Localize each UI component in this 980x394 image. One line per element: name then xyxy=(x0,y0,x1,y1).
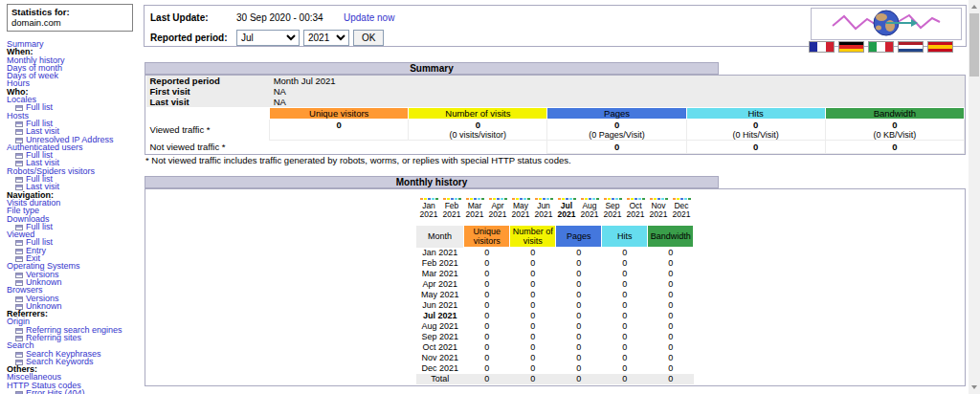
value-bandwidth: 0 xyxy=(648,311,694,321)
not-viewed-traffic-label: Not viewed traffic * xyxy=(146,141,270,154)
update-now-link[interactable]: Update now xyxy=(344,12,394,23)
value-bandwidth: 0 xyxy=(648,258,694,269)
bar-unique-visitors xyxy=(650,198,653,200)
monthly-chart: Jan2021Feb2021Mar2021Apr2021May2021Jun20… xyxy=(145,196,965,219)
bar-pages xyxy=(428,198,431,200)
value-pages: 0 xyxy=(556,342,602,353)
list-icon xyxy=(15,121,23,127)
monthly-history-section: Monthly history Jan2021Feb2021Mar2021Apr… xyxy=(145,176,966,386)
summary-info-row-last-visit: Last visitNA xyxy=(146,97,965,108)
awstats-logo-icon xyxy=(829,9,944,37)
scroll-down-arrow-icon[interactable] xyxy=(971,385,977,389)
month-label: Nov 2021 xyxy=(416,353,464,363)
month-label: Feb 2021 xyxy=(416,258,464,269)
value-pages: 0 xyxy=(556,321,602,332)
value-pages: 0 xyxy=(556,332,602,342)
value-bandwidth: 0 xyxy=(648,269,694,279)
viewed-traffic-value-unique-visitors: 0 xyxy=(270,120,409,141)
value-unique-visitors: 0 xyxy=(464,279,510,290)
awstats-logo-box[interactable] xyxy=(811,8,962,40)
value-hits: 0 xyxy=(602,363,648,374)
not-viewed-value-hits: 0 xyxy=(686,141,825,154)
value-unique-visitors: 0 xyxy=(464,332,510,342)
month-label: Mar 2021 xyxy=(416,269,464,279)
year-select[interactable]: 2021 xyxy=(303,30,349,46)
bar-bandwidth xyxy=(527,198,530,200)
bar-pages xyxy=(657,198,660,200)
flag-spain[interactable] xyxy=(927,41,953,53)
bar-pages xyxy=(520,198,523,200)
monthly-row-jun-2021: Jun 202100000 xyxy=(416,300,694,311)
zero-bars xyxy=(417,196,440,200)
bar-unique-visitors xyxy=(627,198,630,200)
month-label: Dec 2021 xyxy=(416,363,464,374)
summary-column-number-of-visits: Number of visits xyxy=(409,108,547,120)
bar-bandwidth xyxy=(688,198,691,200)
bar-unique-visitors xyxy=(604,198,607,200)
scroll-up-arrow-icon[interactable] xyxy=(971,5,977,9)
monthly-row-sep-2021: Sep 202100000 xyxy=(416,332,694,342)
vertical-scrollbar[interactable] xyxy=(969,0,980,394)
list-icon xyxy=(15,153,23,159)
reported-period-row: Reported period: Jul 2021 OK xyxy=(150,30,384,46)
ok-button[interactable]: OK xyxy=(353,30,384,46)
not-viewed-blank-cell xyxy=(270,141,547,154)
month-select[interactable]: Jul xyxy=(236,30,300,46)
bar-unique-visitors xyxy=(466,198,469,200)
bar-number-of-visits xyxy=(516,198,519,200)
bar-bandwidth xyxy=(550,198,553,200)
value-number-of-visits: 0 xyxy=(510,279,556,290)
value-unique-visitors: 0 xyxy=(464,258,510,269)
bar-unique-visitors xyxy=(673,198,676,200)
bar-hits xyxy=(478,198,480,200)
sidebar-item-error-hits-404[interactable]: Error Hits (404) xyxy=(7,389,142,394)
chart-month-may-2021: May2021 xyxy=(509,196,532,219)
sidebar-nav: SummaryWhen:Monthly historyDays of month… xyxy=(7,40,142,394)
list-icon xyxy=(15,249,23,254)
value-bandwidth: 0 xyxy=(648,363,694,374)
chart-month-oct-2021: Oct2021 xyxy=(624,196,647,219)
bar-number-of-visits xyxy=(608,198,611,200)
value-pages: 0 xyxy=(556,269,602,279)
bar-unique-visitors xyxy=(558,198,561,200)
zero-bars xyxy=(463,196,486,200)
bar-number-of-visits xyxy=(493,198,496,200)
total-value-unique-visitors: 0 xyxy=(464,374,510,384)
monthly-column-month: Month xyxy=(416,226,464,248)
monthly-row-jan-2021: Jan 202100000 xyxy=(416,248,694,258)
flag-italy[interactable] xyxy=(868,41,894,53)
value-number-of-visits: 0 xyxy=(510,321,556,332)
chart-month-jun-2021: Jun2021 xyxy=(532,196,555,219)
zero-bars xyxy=(532,196,555,200)
viewed-traffic-value-bandwidth: 0(0 KB/Visit) xyxy=(825,120,964,141)
viewed-traffic-value-pages: 0(0 Pages/Visit) xyxy=(547,120,686,141)
scrollbar-thumb[interactable] xyxy=(969,13,979,77)
bar-bandwidth xyxy=(573,198,576,200)
bar-hits xyxy=(501,198,503,200)
value-pages: 0 xyxy=(556,248,602,258)
month-label: Apr 2021 xyxy=(416,279,464,290)
value-bandwidth: 0 xyxy=(648,353,694,363)
chart-month-aug-2021: Aug2021 xyxy=(578,196,601,219)
bar-hits xyxy=(615,198,618,200)
list-icon xyxy=(15,273,23,278)
monthly-row-apr-2021: Apr 202100000 xyxy=(416,279,694,290)
value-pages: 0 xyxy=(556,353,602,363)
summary-box: Reported periodMonth Jul 2021First visit… xyxy=(145,75,966,155)
bar-bandwidth xyxy=(481,198,484,200)
bar-hits xyxy=(684,198,687,200)
month-label: Oct 2021 xyxy=(416,342,464,353)
bar-unique-visitors xyxy=(581,198,584,200)
summary-info-label: First visit xyxy=(146,86,270,97)
bar-number-of-visits xyxy=(585,198,588,200)
bar-unique-visitors xyxy=(489,198,492,200)
bar-unique-visitors xyxy=(535,198,538,200)
flag-netherlands[interactable] xyxy=(898,41,924,53)
value-pages: 0 xyxy=(556,279,602,290)
bar-pages xyxy=(635,198,637,200)
list-icon xyxy=(15,328,23,334)
bar-number-of-visits xyxy=(539,198,542,200)
flag-germany[interactable] xyxy=(838,41,864,53)
flag-france[interactable] xyxy=(809,41,835,53)
summary-title: Summary xyxy=(145,62,719,75)
